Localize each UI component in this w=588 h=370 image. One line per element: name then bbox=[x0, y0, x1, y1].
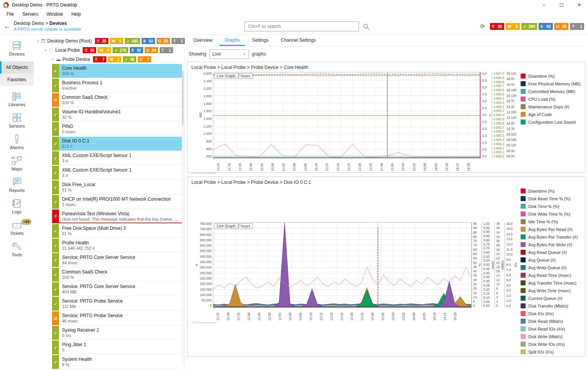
tab-overview[interactable]: Overview bbox=[188, 34, 218, 46]
axis-tick-label: 4.685,9 bbox=[493, 118, 504, 121]
axis-tick-label: 350.000 bbox=[200, 266, 212, 269]
chart-plot-disk-io[interactable]: Live Graph, 2 hours bbox=[213, 222, 472, 308]
sensor-row[interactable]: ✓Service: PRTG Core Server Service404 MB bbox=[52, 282, 182, 296]
axis-tick-label: 6 bbox=[496, 291, 498, 295]
x-tick-label: 12:40 bbox=[249, 158, 253, 172]
close-button[interactable]: ✕ bbox=[570, 0, 588, 10]
chart-watermark: PRTG Network Monitor bbox=[191, 321, 518, 324]
sensor-row[interactable]: ✓Disk Free_Local51 % bbox=[52, 180, 182, 194]
sensor-row[interactable]: ✓Service: PRTG Probe Service111 MB bbox=[52, 297, 182, 311]
sidebar-item-label: Sensors bbox=[9, 124, 25, 128]
sidebar-item-reports[interactable]: Reports bbox=[0, 174, 34, 195]
axis-tick-label: 4.686,9 bbox=[493, 76, 504, 80]
sidebar-item-tickets[interactable]: Tickets >99 bbox=[0, 217, 34, 238]
tree-node-probe-device[interactable]: ∨ ▬ Probe Device !!7W1✓46U7 bbox=[34, 55, 184, 64]
x-tick-label: 12:35 bbox=[238, 158, 242, 172]
legend-swatch bbox=[521, 234, 526, 239]
tree-node-root[interactable]: ∨ 🗔 Desktop Demo (Root) !!35W9✓280II92U2… bbox=[34, 36, 184, 46]
search-input[interactable] bbox=[244, 21, 359, 31]
tab-settings[interactable]: Settings bbox=[247, 34, 274, 46]
x-tick-label: 14:20 bbox=[467, 158, 470, 172]
x-tick-label: 13:35 bbox=[360, 308, 364, 321]
sensor-row[interactable]: ✓Common SaaS Check100 % bbox=[52, 268, 182, 282]
sensor-row[interactable]: ✓System Health8 % bbox=[52, 355, 182, 369]
minimize-button[interactable]: – bbox=[535, 0, 553, 10]
sidebar-item-sensors[interactable]: Sensors bbox=[0, 110, 34, 131]
tree-scrollbar[interactable] bbox=[182, 71, 184, 366]
axis-tick-label: 2.000 bbox=[204, 95, 212, 98]
title-bar: Desktop Demo - PRTG Desktop – ☐ ✕ bbox=[0, 0, 588, 10]
axis-tick-label: 0d 0h bbox=[506, 155, 514, 158]
sensor-row[interactable]: ✓Service: PRTG Core Server Service44 mse… bbox=[52, 253, 182, 267]
tab-graphs[interactable]: Graphs bbox=[219, 34, 245, 46]
axis-tick-label: 600 bbox=[206, 147, 212, 151]
breadcrumb-parent[interactable]: Desktop Demo bbox=[14, 21, 44, 26]
axis-tick-label: 65 bbox=[473, 248, 477, 252]
status-badge-paused: II92 bbox=[130, 47, 143, 53]
maximize-button[interactable]: ☐ bbox=[553, 0, 570, 10]
back-arrow-icon[interactable]: ← bbox=[4, 23, 14, 30]
legend-item: Downtime (%) bbox=[521, 188, 583, 193]
update-available-link[interactable]: A PRTG server update is available bbox=[14, 26, 81, 32]
sensor-row[interactable]: ✓Disk IO 0 C:1512 # bbox=[52, 137, 182, 151]
tab-channel-settings[interactable]: Channel Settings bbox=[276, 34, 321, 46]
sensor-row[interactable]: ✓Business Process 1Inactive bbox=[52, 79, 182, 92]
sidebar-item-tools[interactable]: Tools bbox=[0, 238, 34, 260]
sensor-status-icon: ✓ bbox=[52, 151, 59, 165]
chevron-down-icon[interactable]: ∨ bbox=[37, 39, 39, 43]
legend-label: Avg Transfer Time (msec) bbox=[528, 281, 577, 285]
menu-help[interactable]: Help bbox=[67, 11, 85, 18]
axis-tick-label: 0,45 bbox=[483, 267, 490, 271]
chevron-down-icon[interactable]: ∨ bbox=[44, 48, 47, 52]
sensor-row[interactable]: !!PaneaVista Test (Windows Vista)Host no… bbox=[52, 210, 182, 223]
sidebar-item-devices[interactable]: Devices bbox=[0, 38, 34, 59]
chart-plot-core-health[interactable]: Live Graph, 2 hours bbox=[213, 72, 481, 158]
sensor-name: Common SaaS Check bbox=[62, 269, 179, 275]
sensor-value: 44 msec bbox=[62, 260, 179, 265]
sensor-row[interactable]: ✓XML Custom EXE/Script Sensor 13 # bbox=[52, 151, 182, 165]
sensor-name: Volume IO HarddiskVolume1 bbox=[62, 109, 179, 115]
sensor-value: 51 % bbox=[62, 188, 179, 192]
sensor-status-icon: ✓ bbox=[52, 224, 59, 238]
x-tick-label: 13:45 bbox=[390, 158, 394, 172]
sidebar-item-maps[interactable]: Maps bbox=[0, 152, 34, 174]
legend-label: Current Queue (#) bbox=[528, 296, 562, 301]
mbit-axis-unit: Mbit/s bbox=[501, 222, 505, 308]
sensor-value: 512 # bbox=[62, 144, 179, 149]
graph-title: Local Probe > Local Probe > Probe Device… bbox=[188, 177, 585, 187]
sensor-row[interactable]: UService: PRTG Probe Service46 msec bbox=[52, 311, 182, 325]
sidebar-item-favorites[interactable]: Favorites bbox=[0, 74, 34, 86]
device-icon: ▬ bbox=[56, 57, 60, 62]
menu-window[interactable]: Window bbox=[42, 11, 67, 18]
sensor-row[interactable]: ✓PING0 msec bbox=[52, 122, 182, 136]
sensor-row[interactable]: ✓Syslog Receiver 20 #/s bbox=[52, 326, 182, 340]
sensor-row[interactable]: ✓DHCP on Intel(R) PRO/1000 MT Network Co… bbox=[52, 195, 182, 209]
refresh-icon[interactable]: ⟳ bbox=[480, 23, 485, 30]
x-tick-label: 14:15 bbox=[456, 158, 459, 172]
sensor-row[interactable]: ✓Ping Jitter 10 bbox=[52, 341, 182, 354]
legend-item: Committed Memory (MB) bbox=[521, 89, 583, 94]
menu-file[interactable]: File bbox=[2, 11, 18, 18]
search-icon[interactable] bbox=[363, 23, 369, 30]
legend-swatch bbox=[521, 204, 526, 209]
sensor-value: 100 % bbox=[62, 100, 179, 105]
sensor-row[interactable]: ✓XML Custom EXE/Script Sensor 13 # bbox=[52, 166, 182, 180]
sensor-row[interactable]: ✓Volume IO HarddiskVolume132 % bbox=[52, 108, 182, 121]
sensor-row[interactable]: ✓Free Disk Space (Multi Drive) 351 % bbox=[52, 224, 182, 238]
axis-tick-label: 38 bbox=[496, 222, 500, 226]
chevron-down-icon[interactable]: ∨ bbox=[51, 57, 54, 61]
sensor-row[interactable]: ✓Core Health100 % bbox=[52, 64, 182, 78]
legend-label: Disk Write (Mbit/s) bbox=[528, 334, 563, 339]
axis-tick-label: 0,65 bbox=[483, 251, 490, 254]
sidebar-item-alarms[interactable]: Alarms bbox=[0, 131, 34, 152]
sidebar-item-all-objects[interactable]: All Objects bbox=[0, 61, 34, 74]
sidebar-item-logs[interactable]: Logs bbox=[0, 195, 34, 217]
sensor-row[interactable]: UCommon SaaS Check100 % bbox=[52, 93, 182, 107]
interval-select[interactable]: Live ∨ bbox=[209, 49, 249, 59]
legend-label: Avg Write Queue (#) bbox=[528, 265, 567, 270]
sensor-row[interactable]: ✓Probe Health21.546.442.752 # bbox=[52, 239, 182, 252]
tree-node-local-probe[interactable]: ∨ ⬚ Local Probe !!35W9✓276II92U24?1 bbox=[34, 46, 184, 55]
menu-servers[interactable]: Servers bbox=[18, 11, 42, 18]
sidebar-item-libraries[interactable]: Libraries bbox=[0, 88, 34, 110]
axis-tick-label: 40 bbox=[473, 270, 477, 273]
